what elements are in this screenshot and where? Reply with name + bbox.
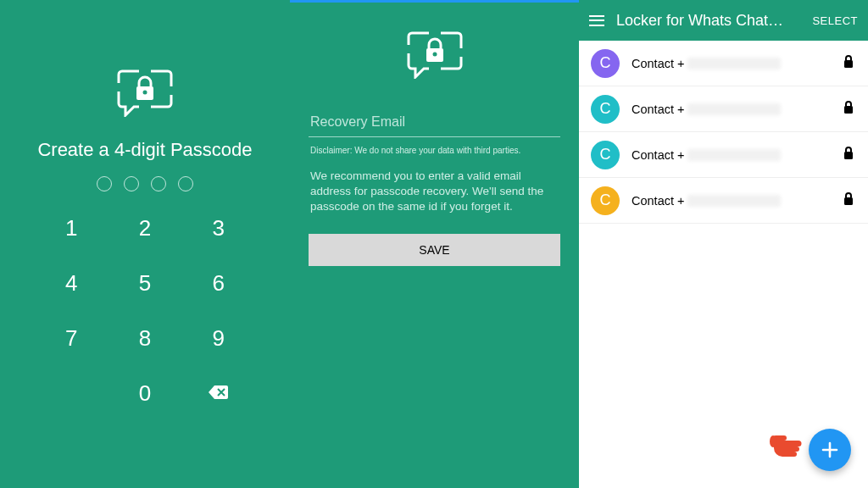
contact-row[interactable]: CContact + [579, 86, 868, 132]
select-button[interactable]: SELECT [812, 14, 858, 27]
save-button[interactable]: SAVE [309, 234, 560, 266]
avatar: C [591, 141, 620, 169]
svg-point-1 [143, 91, 147, 95]
key-0[interactable]: 0 [108, 375, 182, 412]
passcode-dot [97, 176, 112, 191]
recommendation-text: We recommend you to enter a valid email … [309, 169, 560, 215]
disclaimer-text: Disclaimer: We do not share your data wi… [309, 146, 560, 155]
svg-rect-7 [844, 197, 853, 205]
screen-passcode: Create a 4-digit Passcode 1 2 3 4 5 6 7 … [0, 0, 290, 488]
app-bar: Locker for Whats Chat… SELECT [579, 0, 868, 41]
keypad: 1 2 3 4 5 6 7 8 9 0 [35, 210, 255, 412]
contact-label: Contact + [632, 56, 781, 71]
passcode-title: Create a 4-digit Passcode [0, 139, 290, 161]
key-4[interactable]: 4 [35, 265, 108, 302]
lock-icon [843, 147, 854, 164]
contact-row[interactable]: CContact + [579, 41, 868, 86]
avatar: C [591, 49, 620, 78]
key-backspace[interactable] [181, 375, 255, 412]
fab-add-button[interactable] [809, 429, 851, 471]
passcode-dot [151, 176, 166, 191]
key-7[interactable]: 7 [35, 320, 108, 357]
key-8[interactable]: 8 [108, 320, 182, 357]
svg-rect-6 [844, 152, 853, 159]
key-9[interactable]: 9 [181, 320, 255, 357]
menu-icon[interactable] [589, 15, 604, 26]
svg-rect-5 [844, 106, 853, 114]
redacted-number [687, 103, 781, 115]
svg-point-3 [432, 53, 437, 57]
screen-contact-list: Locker for Whats Chat… SELECT CContact +… [579, 0, 868, 488]
redacted-number [687, 195, 781, 207]
contact-label: Contact + [632, 193, 781, 208]
recovery-email-input[interactable]: Recovery Email [309, 108, 560, 137]
pointing-hand-icon [768, 426, 807, 468]
key-1[interactable]: 1 [35, 210, 108, 247]
contact-list: CContact +CContact +CContact +CContact + [579, 41, 868, 224]
backspace-icon [208, 384, 230, 401]
contact-label: Contact + [632, 102, 781, 117]
avatar: C [591, 186, 620, 215]
contact-label: Contact + [632, 147, 781, 163]
passcode-dot [178, 176, 193, 191]
lock-icon [843, 55, 854, 72]
key-5[interactable]: 5 [108, 265, 182, 302]
app-title: Locker for Whats Chat… [616, 12, 800, 30]
app-logo [0, 0, 290, 117]
key-2[interactable]: 2 [108, 210, 182, 247]
app-logo [290, 3, 579, 79]
svg-point-8 [770, 435, 776, 447]
lock-icon [843, 101, 854, 118]
contact-row[interactable]: CContact + [579, 132, 868, 178]
redacted-number [687, 149, 781, 161]
avatar: C [591, 95, 620, 124]
svg-rect-4 [844, 60, 853, 68]
lock-icon [843, 192, 854, 209]
key-3[interactable]: 3 [181, 210, 255, 247]
passcode-dot [124, 176, 139, 191]
screen-recovery-email: Recovery Email Disclaimer: We do not sha… [290, 0, 579, 488]
passcode-dots [0, 176, 290, 191]
redacted-number [687, 58, 781, 69]
contact-row[interactable]: CContact + [579, 178, 868, 224]
key-6[interactable]: 6 [181, 265, 255, 302]
